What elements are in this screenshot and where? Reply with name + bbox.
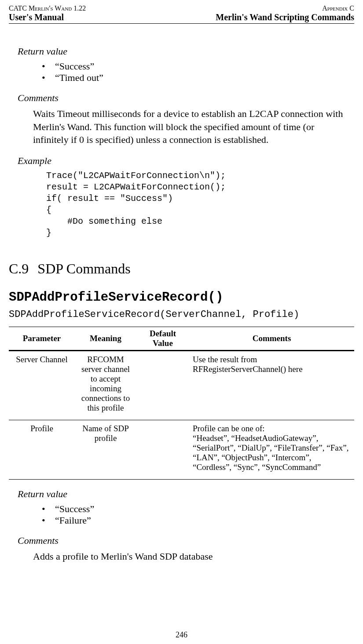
return-item: “Success” [42, 503, 354, 515]
page-header: CATC Merlin's Wand 1.22 User's Manual Ap… [9, 4, 354, 24]
cell-comments: Use the result from RFRegisterServerChan… [189, 351, 354, 420]
parameter-table: Parameter Meaning Default Value Comments… [9, 327, 354, 480]
return-item: “Failure” [42, 515, 354, 526]
function-name: SDPAddProfileServiceRecord() [9, 290, 354, 305]
chapter-heading: C.9SDP Commands [9, 261, 354, 277]
comments-text: Waits Timeout milliseconds for a device … [33, 107, 350, 146]
page-number: 246 [0, 630, 363, 640]
return-item: “Success” [42, 61, 354, 72]
th-default: Default Value [136, 327, 189, 351]
table-row: Profile Name of SDP profile Profile can … [9, 420, 354, 480]
header-left: CATC Merlin's Wand 1.22 User's Manual [9, 4, 86, 22]
cell-default [136, 351, 189, 420]
th-meaning: Meaning [75, 327, 136, 351]
example-label: Example [18, 155, 354, 167]
cell-comments: Profile can be one of: “Headset”, “Heads… [189, 420, 354, 480]
header-right: Appendix C Merlin's Wand Scripting Comma… [216, 4, 354, 22]
header-appendix: Appendix C [216, 4, 354, 12]
return-value-list: “Success” “Timed out” [42, 61, 354, 84]
chapter-number: C.9 [9, 261, 29, 277]
cell-default [136, 420, 189, 480]
th-comments: Comments [189, 327, 354, 351]
cell-parameter: Profile [9, 420, 75, 480]
th-parameter: Parameter [9, 327, 75, 351]
cell-parameter: Server Channel [9, 351, 75, 420]
return-value-list-2: “Success” “Failure” [42, 503, 354, 526]
return-value-label: Return value [18, 46, 354, 57]
comments-label: Comments [18, 92, 354, 104]
chapter-title: SDP Commands [37, 261, 130, 277]
example-code: Trace("L2CAPWaitForConnection\n"); resul… [46, 170, 354, 239]
header-section-title: Merlin's Wand Scripting Commands [216, 12, 354, 22]
cell-meaning: RFCOMM server channel to accept incoming… [75, 351, 136, 420]
header-product: CATC Merlin's Wand 1.22 [9, 4, 86, 12]
comments-label-2: Comments [18, 535, 354, 546]
return-value-label-2: Return value [18, 488, 354, 500]
return-item: “Timed out” [42, 72, 354, 84]
function-signature: SDPAddProfileServiceRecord(ServerChannel… [9, 309, 354, 320]
comments-text-2: Adds a profile to Merlin's Wand SDP data… [33, 550, 350, 563]
header-doc-type: User's Manual [9, 12, 86, 22]
table-row: Server Channel RFCOMM server channel to … [9, 351, 354, 420]
cell-meaning: Name of SDP profile [75, 420, 136, 480]
